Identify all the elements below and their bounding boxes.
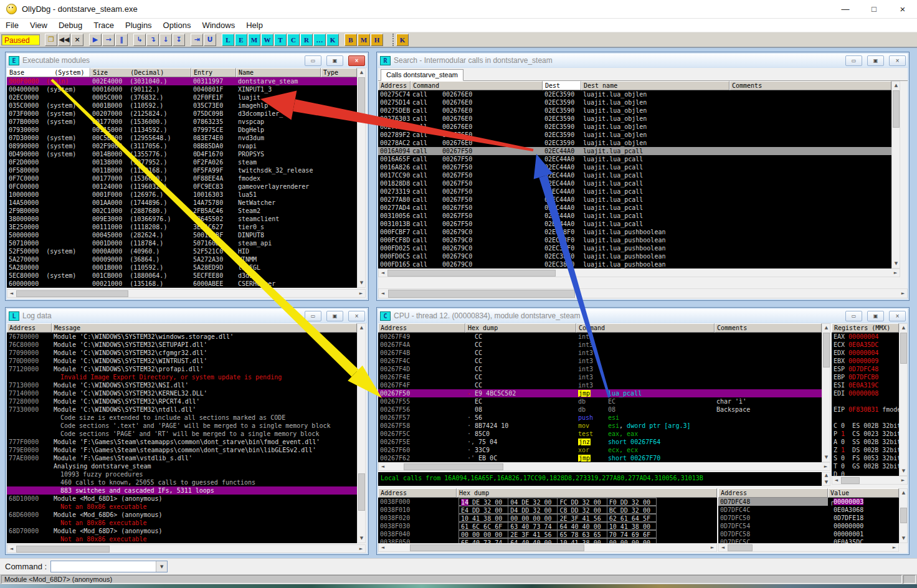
log-row[interactable]: 460 calls to known, 25055 calls to guess… (7, 478, 357, 486)
log-row[interactable]: 77330000Module 'C:\WINDOWS\SYSTEM32\ntdl… (7, 405, 357, 414)
search-row-0031013B[interactable]: 0031013Bcall00267F5002EC44A0luajit.lua_p… (378, 220, 891, 228)
module-row-PROPSYS[interactable]: 0D490000 (system)0014B000 (1355776.)0D4F… (7, 150, 357, 158)
command-combobox[interactable]: ▼ (50, 561, 168, 572)
registers-hscrollbar[interactable]: ◄► (832, 476, 908, 485)
stack-row-0D7DFC48[interactable]: 0D7DFC48┌00000003 (718, 498, 899, 506)
log-row[interactable]: 77130000Module 'C:\WINDOWS\SYSTEM32\NSI.… (7, 381, 357, 389)
module-row-DINPUT8[interactable]: 5000000000045000 (282624.)500190BFDINPUT… (7, 231, 357, 239)
log-row[interactable]: Code size is extended to include all sec… (7, 414, 357, 422)
toolbar-button-K[interactable]: K (326, 34, 339, 46)
menu-item-help[interactable]: Help (240, 21, 268, 30)
toolbar-button-K[interactable]: K (396, 34, 409, 46)
log-row[interactable]: 77120000Module 'C:\WINDOWS\SYSTEM32\prof… (7, 365, 357, 373)
toolbar-button-‖[interactable]: ‖ (115, 34, 128, 46)
dump-row-0038F020[interactable]: 0038F02010 41 38 0000 00 00 002E 3F 41 5… (378, 514, 717, 522)
toolbar-button-W[interactable]: W (261, 34, 273, 46)
log-row[interactable]: 77090000Module 'C:\WINDOWS\SYSTEM32\cfgm… (7, 349, 357, 357)
tab-calls-dontstarve-steam[interactable]: Calls dontstarve_steam (381, 69, 463, 81)
stack-row-0D7DFC4C[interactable]: 0D7DFC4C 0E0A3068 (718, 506, 899, 514)
modules-close-button[interactable]: × (348, 55, 365, 66)
disasm-row-00267F4A[interactable]: 00267F4A CCint3 (378, 341, 822, 349)
module-row-steam[interactable]: 0F2D000000138000 (1277952.)0F2FA026steam (7, 158, 357, 166)
search-header-address[interactable]: Address (378, 81, 411, 90)
log-row[interactable]: 10993 fuzzy procedures (7, 470, 357, 478)
module-row-CSERHelper[interactable]: 6000000000021000 (135168.)6000ABEECSERHe… (7, 280, 357, 288)
flag-z[interactable]: Z 1 DS 002B 32bit (832, 446, 899, 454)
toolbar-button-▶[interactable]: ▶ (89, 34, 102, 46)
register-ecx[interactable]: ECX 0E0A35DC (832, 341, 899, 349)
disasm-row-00267F5E[interactable]: 00267F5E·, 75 04jnzshort 00267F64 (378, 438, 822, 446)
log-row[interactable]: Code sections '.text' and 'PAGE' will be… (7, 422, 357, 430)
search-header-comments[interactable]: Comments (729, 81, 891, 90)
stack-row-0D7DFC50[interactable]: 0D7DFC50 0D7DFE18 (718, 514, 899, 522)
disasm-row-00267F55[interactable]: 00267F55 ECdbECchar 'ì' (378, 397, 822, 405)
disasm-row-00267F49[interactable]: 00267F49 CCint3 (378, 333, 822, 341)
log-row[interactable]: 76C80000Module 'C:\WINDOWS\SYSTEM32\SETU… (7, 341, 357, 349)
search-row-00276303[interactable]: 00276303call002676E002EC3590luajit.lua_o… (378, 115, 891, 123)
log-row[interactable]: 77AE0000Module 'F:\Games\Steam\vstdlib_s… (7, 454, 357, 462)
search-row-002789F2[interactable]: 002789F2call002676E002EC3590luajit.lua_o… (378, 131, 891, 139)
log-row[interactable]: 77140000Module 'C:\WINDOWS\SYSTEM32\KERN… (7, 389, 357, 397)
disasm-row-00267F4D[interactable]: 00267F4D CCint3 (378, 365, 822, 373)
search-row-00310056[interactable]: 00310056call00267F5002EC44A0luajit.lua_p… (378, 212, 891, 220)
dump-row-0038F050[interactable]: 0038F0506E 40 73 7464 40 40 0010 41 38 0… (378, 538, 717, 543)
command-dropdown-icon[interactable]: ▼ (156, 561, 167, 572)
module-row-d3dcompiler_43[interactable]: 073F0000 (system)00207000 (2125824.)075D… (7, 110, 357, 118)
search-row-00275C74[interactable]: 00275C74call002676E002EC3590luajit.lua_o… (378, 90, 891, 98)
module-row-tier0_s[interactable]: 3E25000000111000 (1118208.)3E2AC627tier0… (7, 223, 357, 231)
register-esi[interactable]: ESI 0E0A319C (832, 381, 899, 389)
search-row-00275D14[interactable]: 00275D14call002676E002EC3590luajit.lua_o… (378, 98, 891, 107)
search-row-000FD025[interactable]: 000FD025call002679C002EC38F0luajit.lua_p… (378, 244, 891, 252)
flag-c[interactable]: C 0 ES 002B 32bit (832, 422, 899, 430)
search-row-000FD0C5[interactable]: 000FD0C5call002679C002EC38F0luajit.lua_p… (378, 252, 891, 260)
log-row[interactable]: 68D10000Module <Mod_68D1> (anonymous) (7, 495, 357, 503)
infoline-scroll[interactable]: ▲▼ (822, 472, 830, 486)
log-row[interactable]: Not an 80x86 executable (7, 535, 357, 543)
modules-header-name[interactable]: Name (236, 68, 321, 77)
register-eax[interactable]: EAX 00000004 (832, 333, 899, 341)
module-row-nvd3dum[interactable]: 07D30000 (system)00C5B000 (12955648.)083… (7, 134, 357, 142)
disasm-row-00267F57[interactable]: 00267F57· 56pushesi (378, 414, 822, 422)
stack-header-address[interactable]: Address (718, 488, 828, 498)
search-row-00278AC2[interactable]: 00278AC2call002676E002EC3590luajit.lua_o… (378, 139, 891, 147)
module-row-nvspcap[interactable]: 077B0000 (system)00177000 (1536000.)0786… (7, 118, 357, 126)
modules-header-size[interactable]: Size (Decimal) (90, 68, 191, 77)
menu-item-options[interactable]: Options (158, 21, 197, 30)
disasm-row-00267F50[interactable]: 00267F50- E9 4BC5C502jmplua_pcall (378, 389, 822, 397)
flag-t[interactable]: T 0 GS 002B 32bit (832, 462, 899, 470)
module-row-libEGL[interactable]: 5A2800000001B000 (110592.)5A28ED9DlibEGL (7, 263, 357, 272)
search-row-000FCBF7[interactable]: 000FCBF7call002679C002EC38F0luajit.lua_p… (378, 228, 891, 236)
maximize-button[interactable]: □ (860, 0, 888, 18)
toolbar-button-↳[interactable]: ↳ (133, 34, 146, 46)
disasm-row-00267F58[interactable]: 00267F58· 8B7424 10movesi, dword ptr [ar… (378, 422, 822, 430)
toolbar-button-T[interactable]: T (274, 34, 287, 46)
search-row-000FCF8D[interactable]: 000FCF8Dcall002679C002EC38F0luajit.lua_p… (378, 236, 891, 244)
register-esp[interactable]: ESP 0D7DFC48 (832, 365, 899, 373)
menu-item-view[interactable]: View (24, 21, 53, 30)
log-header-message[interactable]: Message (52, 323, 357, 333)
log-row[interactable]: Code sections 'PAGE' and 'RT' will be me… (7, 430, 357, 438)
search-list-hscrollbar[interactable]: ◄► (378, 268, 900, 277)
search-titlebar[interactable]: R Search - Intermodular calls in dontsta… (378, 54, 908, 67)
search-row-000FD165[interactable]: 000FD165call002679C002EC38F0luajit.lua_p… (378, 260, 891, 268)
disasm-row-00267F5C[interactable]: 00267F5C· 85C0testeax, eax (378, 430, 822, 438)
register-edi[interactable]: EDI 00000008 (832, 389, 899, 397)
dump-row-0038F040[interactable]: 0038F04000 00 00 002E 3F 41 5665 78 63 6… (378, 530, 717, 538)
module-row-luajit[interactable]: 02EC00000005C000 (376832.)02F0FE1Fluajit (7, 93, 357, 102)
modules-minimize-button[interactable]: ▭ (305, 55, 321, 66)
disasm-row-00267F60[interactable]: 00267F60· 33C9xorecx, ecx (378, 446, 822, 454)
module-row-Steam2[interactable]: 2F9B0000002C1000 (2887680.)2FB5AC46Steam… (7, 207, 357, 215)
module-row-twitchsdk_32_release[interactable]: 0F5800000011B000 (1159168.)0F5FA99Ftwitc… (7, 166, 357, 174)
menu-item-windows[interactable]: Windows (196, 21, 240, 30)
menu-item-debug[interactable]: Debug (53, 21, 88, 30)
flag-s[interactable]: S 0 FS 0053 32bit (832, 454, 899, 462)
search-row-0016A094[interactable]: 0016A094call00267F5002EC44A0luajit.lua_p… (378, 147, 891, 155)
log-header-address[interactable]: Address (7, 323, 52, 333)
disasm-header-hexdump[interactable]: Hex dump (465, 323, 576, 333)
stack-row-0D7DFC5C[interactable]: 0D7DFC5C 0E0A35DC (718, 538, 899, 543)
register-ebx[interactable]: EBX 00000009 (832, 357, 899, 365)
dump-row-0038F010[interactable]: 0038F010E4 DD 32 00D4 DD 32 00C8 DD 32 0… (378, 506, 717, 514)
module-row-DbgHelp[interactable]: 0793000000115000 (1134592.)079975CEDbgHe… (7, 126, 357, 134)
search-header-destname[interactable]: Dest name (581, 81, 729, 90)
search-window-hscrollbar[interactable]: ◄► (378, 288, 908, 298)
